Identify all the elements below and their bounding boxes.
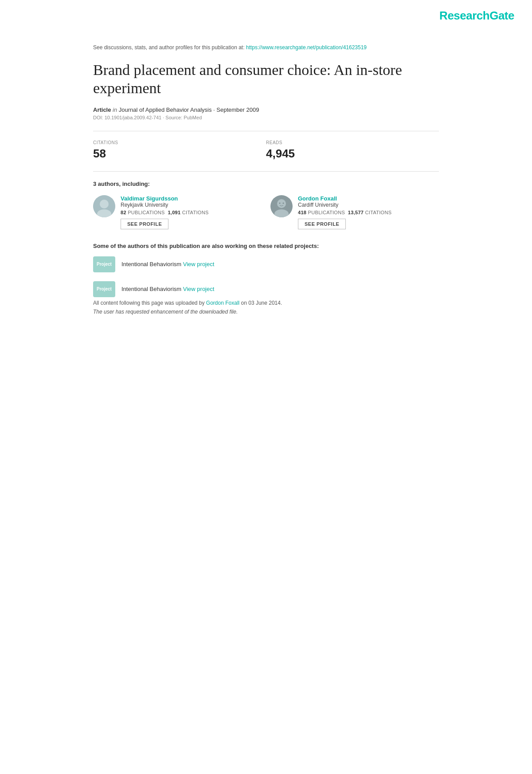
author-top-2: Gordon Foxall Cardiff University 418 PUB… [270, 195, 439, 229]
project-text-1: Intentional Behaviorism View project [121, 261, 214, 267]
doi-line: DOI: 10.1901/jaba.2009.42-741 · Source: … [93, 115, 439, 120]
author-card-2: Gordon Foxall Cardiff University 418 PUB… [270, 195, 439, 229]
doi-text: DOI: 10.1901/jaba.2009.42-741 [93, 115, 161, 120]
authors-section: 3 authors, including: [93, 181, 439, 297]
author-stats-2: 418 PUBLICATIONS 13,577 CITATIONS [298, 210, 439, 215]
project-text-2: Intentional Behaviorism View project [121, 286, 214, 292]
authors-grid: Valdimar Sigurdsson Reykjavik University… [93, 195, 439, 229]
project-name-1: Intentional Behaviorism [121, 261, 181, 267]
project-badge-2: Project [93, 281, 115, 297]
divider-top [93, 131, 439, 131]
citations-value: 58 [93, 147, 266, 161]
author-university-2: Cardiff University [298, 202, 439, 208]
notice-text: See discussions, stats, and author profi… [93, 44, 246, 51]
author-info-1: Valdimar Sigurdsson Reykjavik University… [121, 195, 262, 229]
author-card-1: Valdimar Sigurdsson Reykjavik University… [93, 195, 262, 229]
footer-text-prefix: All content following this page was uplo… [93, 300, 206, 306]
author-university-1: Reykjavik University [121, 202, 262, 208]
citations-label: CITATIONS [93, 140, 266, 145]
article-meta: Article in Journal of Applied Behavior A… [93, 106, 439, 113]
see-profile-btn-1[interactable]: SEE PROFILE [121, 219, 168, 229]
project-item-2: Project Intentional Behaviorism View pro… [93, 281, 439, 297]
authors-heading: 3 authors, including: [93, 181, 439, 187]
author-avatar-2 [270, 195, 293, 217]
journal-name: Journal of Applied Behavior Analysis [119, 106, 212, 113]
project-link-1[interactable]: View project [183, 261, 215, 267]
footer-note: The user has requested enhancement of th… [93, 309, 439, 315]
article-date: September 2009 [216, 106, 259, 113]
reads-value: 4,945 [266, 147, 439, 161]
publication-link[interactable]: https://www.researchgate.net/publication… [246, 44, 367, 51]
article-title: Brand placement and consumer choice: An … [93, 61, 439, 98]
related-heading: Some of the authors of this publication … [93, 243, 439, 249]
main-content: See discussions, stats, and author profi… [66, 0, 466, 333]
reads-block: READS 4,945 [266, 140, 439, 161]
svg-point-7 [283, 202, 284, 204]
authors-count: 3 [93, 181, 96, 187]
footer-upload-text: All content following this page was uplo… [93, 300, 439, 306]
see-profile-btn-2[interactable]: SEE PROFILE [298, 219, 346, 229]
content-area: See discussions, stats, and author profi… [93, 44, 439, 297]
author-name-1[interactable]: Valdimar Sigurdsson [121, 195, 262, 202]
page-footer: All content following this page was uplo… [93, 300, 439, 315]
author-top-1: Valdimar Sigurdsson Reykjavik University… [93, 195, 262, 229]
source-text: Source: PubMed [165, 115, 202, 120]
article-type: Article [93, 106, 111, 113]
svg-point-4 [277, 199, 286, 208]
author-avatar-1 [93, 195, 115, 217]
article-in: in [113, 106, 119, 113]
divider-middle [93, 171, 439, 172]
footer-date: on 03 June 2014. [239, 300, 282, 306]
related-projects: Some of the authors of this publication … [93, 243, 439, 297]
reads-label: READS [266, 140, 439, 145]
svg-point-1 [100, 200, 109, 208]
author-name-2[interactable]: Gordon Foxall [298, 195, 439, 202]
svg-point-6 [279, 202, 281, 204]
citations-block: CITATIONS 58 [93, 140, 266, 161]
project-item-1: Project Intentional Behaviorism View pro… [93, 256, 439, 272]
footer-uploader[interactable]: Gordon Foxall [206, 300, 239, 306]
project-name-2: Intentional Behaviorism [121, 286, 181, 292]
project-link-2[interactable]: View project [183, 286, 215, 292]
author-stats-1: 82 PUBLICATIONS 1,091 CITATIONS [121, 210, 262, 215]
author-info-2: Gordon Foxall Cardiff University 418 PUB… [298, 195, 439, 229]
stats-row: CITATIONS 58 READS 4,945 [93, 140, 439, 161]
project-badge-1: Project [93, 256, 115, 272]
discussion-notice: See discussions, stats, and author profi… [93, 44, 439, 51]
